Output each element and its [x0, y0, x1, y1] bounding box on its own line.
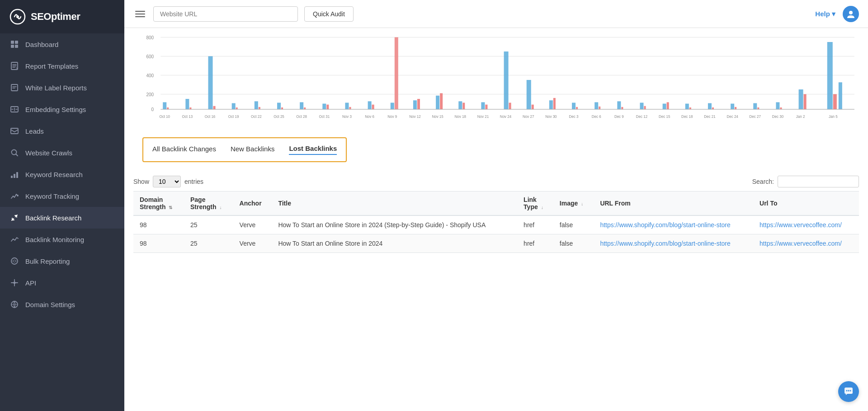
- col-page-strength[interactable]: PageStrength ↓: [184, 191, 233, 216]
- url-from-link[interactable]: https://www.shopify.com/blog/start-onlin…: [600, 221, 730, 229]
- hamburger-button[interactable]: [133, 9, 147, 19]
- sidebar-item-white-label[interactable]: White Label Reports: [0, 77, 124, 98]
- svg-rect-75: [685, 104, 689, 110]
- url-to-link[interactable]: https://www.vervecoffee.com/: [760, 221, 842, 229]
- svg-text:200: 200: [146, 92, 154, 97]
- svg-rect-89: [839, 82, 842, 109]
- svg-rect-4: [11, 45, 14, 48]
- svg-rect-42: [304, 107, 306, 109]
- svg-rect-11: [11, 176, 13, 178]
- tabs-wrapper: All Backlink Changes New Backlinks Lost …: [124, 127, 868, 172]
- cell-url-to[interactable]: https://www.vervecoffee.com/: [753, 215, 859, 234]
- sidebar-item-label: Embedding Settings: [25, 106, 86, 113]
- sidebar-item-backlink-research[interactable]: Backlink Research: [0, 207, 124, 229]
- svg-rect-34: [213, 106, 216, 109]
- svg-text:Oct 13: Oct 13: [182, 115, 193, 119]
- svg-rect-36: [236, 107, 238, 109]
- svg-rect-32: [189, 107, 191, 109]
- svg-rect-13: [16, 172, 18, 178]
- sidebar-item-label: Website Crawls: [25, 149, 72, 157]
- svg-rect-53: [436, 96, 439, 109]
- cell-page-strength: 25: [184, 234, 233, 253]
- svg-rect-68: [599, 107, 600, 109]
- url-from-link[interactable]: https://www.shopify.com/blog/start-onlin…: [600, 240, 730, 247]
- user-avatar[interactable]: [843, 6, 859, 22]
- tab-new-backlinks[interactable]: New Backlinks: [231, 145, 275, 154]
- svg-rect-39: [277, 103, 281, 109]
- svg-text:Dec 30: Dec 30: [772, 115, 784, 119]
- cell-url-from[interactable]: https://www.shopify.com/blog/start-onlin…: [594, 234, 753, 253]
- svg-text:Dec 6: Dec 6: [592, 115, 601, 119]
- sidebar-item-keyword-research[interactable]: Keyword Research: [0, 163, 124, 185]
- col-domain-strength[interactable]: DomainStrength ⇅: [133, 191, 184, 216]
- sidebar-item-label: API: [25, 279, 36, 287]
- cell-url-to[interactable]: https://www.vervecoffee.com/: [753, 234, 859, 253]
- svg-rect-38: [259, 107, 260, 109]
- cell-image: false: [553, 215, 594, 234]
- quick-audit-button[interactable]: Quick Audit: [304, 6, 354, 22]
- svg-text:Oct 22: Oct 22: [251, 115, 262, 119]
- svg-rect-78: [712, 107, 714, 109]
- sidebar-item-label: Bulk Reporting: [25, 257, 70, 265]
- search-label: Search:: [752, 178, 774, 185]
- col-link-type[interactable]: LinkType ↓: [517, 191, 553, 216]
- cell-page-strength: 25: [184, 215, 233, 234]
- sidebar-item-report-templates[interactable]: Report Templates: [0, 55, 124, 77]
- chat-bubble[interactable]: [838, 381, 859, 402]
- entries-label: entries: [184, 178, 203, 185]
- logo-icon: [9, 8, 26, 25]
- svg-rect-80: [735, 107, 736, 109]
- svg-point-122: [846, 390, 848, 392]
- help-button[interactable]: Help ▾: [815, 10, 835, 18]
- svg-rect-61: [527, 80, 531, 109]
- svg-rect-2: [11, 41, 14, 44]
- sidebar-item-website-crawls[interactable]: Website Crawls: [0, 142, 124, 163]
- tab-lost-backlinks[interactable]: Lost Backlinks: [289, 145, 337, 155]
- tabs-section: All Backlink Changes New Backlinks Lost …: [142, 137, 347, 162]
- url-to-link[interactable]: https://www.vervecoffee.com/: [760, 240, 842, 247]
- svg-rect-49: [391, 103, 394, 109]
- search-input[interactable]: [778, 176, 859, 187]
- svg-rect-9: [11, 128, 18, 134]
- svg-text:Oct 16: Oct 16: [205, 115, 216, 119]
- svg-rect-58: [485, 105, 487, 110]
- svg-text:Dec 21: Dec 21: [704, 115, 716, 119]
- svg-text:Jan 2: Jan 2: [796, 115, 805, 119]
- svg-rect-3: [15, 41, 18, 44]
- sidebar: SEOptimer Dashboard: [0, 0, 124, 411]
- bulk-reporting-icon: [10, 257, 19, 266]
- sidebar-item-api[interactable]: API: [0, 272, 124, 294]
- sort-icon: ⇅: [169, 205, 172, 210]
- sidebar-item-dashboard[interactable]: Dashboard: [0, 33, 124, 55]
- sidebar-item-leads[interactable]: Leads: [0, 120, 124, 142]
- svg-text:Nov 12: Nov 12: [409, 115, 421, 119]
- svg-rect-12: [14, 174, 15, 178]
- svg-point-18: [849, 11, 853, 14]
- svg-text:800: 800: [146, 35, 154, 40]
- hamburger-line: [135, 11, 145, 12]
- url-input[interactable]: [153, 6, 298, 22]
- dashboard-icon: [10, 40, 19, 49]
- svg-rect-37: [255, 101, 258, 109]
- sidebar-item-keyword-tracking[interactable]: Keyword Tracking: [0, 185, 124, 207]
- svg-rect-31: [185, 99, 189, 109]
- sidebar-item-backlink-monitoring[interactable]: Backlink Monitoring: [0, 229, 124, 250]
- cell-url-from[interactable]: https://www.shopify.com/blog/start-onlin…: [594, 215, 753, 234]
- sidebar-item-domain-settings[interactable]: Domain Settings: [0, 294, 124, 315]
- cell-title: How To Start an Online Store in 2024 (St…: [272, 215, 517, 234]
- logo-text: SEOptimer: [31, 11, 80, 23]
- sidebar-item-embedding[interactable]: Embedding Settings: [0, 98, 124, 120]
- table-header-row: DomainStrength ⇅ PageStrength ↓ Anchor T…: [133, 191, 859, 216]
- header-right: Help ▾: [815, 6, 859, 22]
- table-row: 98 25 Verve How To Start an Online Store…: [133, 234, 859, 253]
- domain-settings-icon: [10, 300, 19, 309]
- entries-select[interactable]: 10 25 50 100: [153, 176, 181, 187]
- sidebar-item-bulk-reporting[interactable]: Bulk Reporting: [0, 250, 124, 272]
- col-image[interactable]: Image ↓: [553, 191, 594, 216]
- svg-rect-5: [15, 45, 18, 48]
- sort-icon: ↓: [581, 201, 583, 206]
- svg-rect-81: [753, 103, 757, 109]
- svg-rect-79: [731, 104, 734, 110]
- tab-all-changes[interactable]: All Backlink Changes: [152, 145, 216, 154]
- cell-title: How To Start an Online Store in 2024: [272, 234, 517, 253]
